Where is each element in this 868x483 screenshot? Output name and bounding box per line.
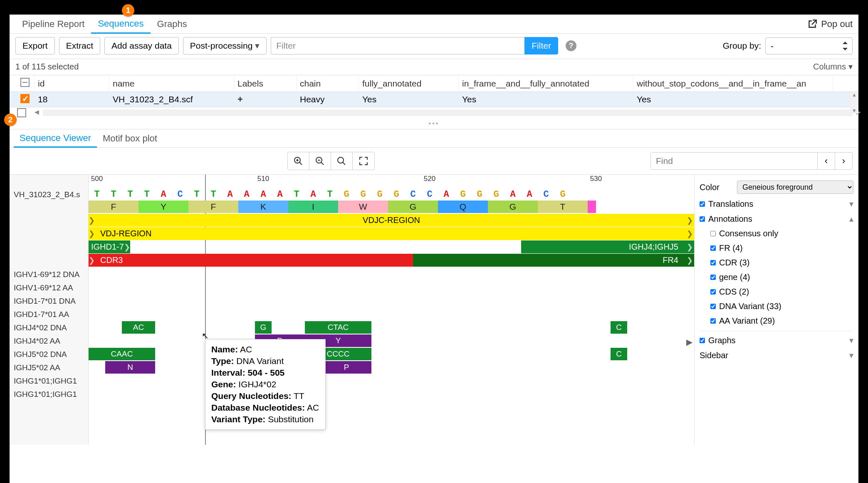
find-prev-button[interactable]: ‹ bbox=[817, 153, 835, 169]
annotation-cdr3[interactable]: ❯CDR3 bbox=[89, 254, 413, 267]
tooltip-name-key: Name: bbox=[211, 344, 238, 354]
row-name[interactable]: IGHJ5*02 DNA bbox=[10, 348, 88, 361]
tab-pipeline-report[interactable]: Pipeline Report bbox=[15, 15, 91, 34]
vertical-scrollbar[interactable]: ▲▼ bbox=[850, 92, 858, 114]
tooltip-dnt-val: AC bbox=[305, 403, 319, 412]
tab-sequence-viewer[interactable]: Sequence Viewer bbox=[14, 129, 97, 148]
select-all-checkbox[interactable] bbox=[20, 78, 30, 87]
annotations-checkbox[interactable] bbox=[700, 216, 705, 222]
col-name[interactable]: name bbox=[109, 76, 234, 91]
results-table: id name Labels chain fully_annotated in_… bbox=[10, 75, 858, 129]
chevron-down-icon[interactable]: ▾ bbox=[849, 335, 853, 345]
col-fully-annotated[interactable]: fully_annotated bbox=[359, 76, 459, 91]
annotation-ighd[interactable]: IGHD1-7❯ bbox=[89, 240, 130, 253]
filter-button[interactable]: Filter bbox=[524, 37, 558, 54]
annotation-vdj[interactable]: ❯VDJ-REGION❯ bbox=[89, 227, 694, 240]
zoom-out-icon bbox=[315, 156, 325, 166]
zoom-out-button[interactable] bbox=[309, 152, 331, 170]
annotation-vdjc[interactable]: ❯VDJC-REGION❯ bbox=[89, 214, 694, 227]
horizontal-scrollbar[interactable] bbox=[43, 109, 853, 116]
col-nostop[interactable]: without_stop_codons__and__in_frame__an bbox=[633, 76, 833, 91]
annotation-type-checkbox[interactable] bbox=[710, 304, 716, 309]
row-name[interactable]: IGHD1-7*01 DNA bbox=[10, 295, 88, 308]
variant-block[interactable]: AC bbox=[122, 321, 155, 334]
chevron-up-icon[interactable]: ▴ bbox=[849, 214, 853, 224]
add-assay-data-button[interactable]: Add assay data bbox=[104, 37, 179, 54]
tab-sequences[interactable]: Sequences bbox=[91, 15, 150, 34]
variant-block[interactable]: C bbox=[611, 348, 627, 360]
export-button[interactable]: Export bbox=[15, 37, 55, 54]
annotation-fr4[interactable]: FR4❯ bbox=[413, 254, 694, 267]
row-checkbox-empty[interactable] bbox=[17, 108, 26, 117]
annotation-type-checkbox[interactable] bbox=[710, 260, 716, 265]
variant-block[interactable]: N bbox=[105, 361, 155, 374]
annotation-type-checkbox[interactable] bbox=[710, 245, 716, 251]
tab-motif-boxplot[interactable]: Motif box plot bbox=[97, 129, 163, 148]
chevron-down-icon[interactable]: ▾ bbox=[849, 350, 853, 360]
zoom-selection-button[interactable] bbox=[331, 152, 353, 170]
base: C bbox=[538, 188, 554, 201]
col-labels[interactable]: Labels bbox=[234, 76, 297, 91]
table-row[interactable]: 18 VH_31023_2_B4.scf + Heavy Yes Yes Yes bbox=[10, 92, 858, 107]
row-name[interactable] bbox=[10, 255, 88, 268]
add-label-button[interactable]: + bbox=[237, 94, 243, 104]
filter-input[interactable] bbox=[271, 37, 524, 54]
row-name[interactable]: IGHV1-69*12 DNA bbox=[10, 268, 88, 281]
row-name[interactable]: IGHD1-7*01 AA bbox=[10, 308, 88, 321]
row-name[interactable]: VH_31023_2_B4.s bbox=[10, 188, 88, 201]
graphs-label: Graphs bbox=[705, 336, 849, 345]
row-checkbox[interactable] bbox=[20, 94, 30, 103]
row-name[interactable]: IGHG1*01;IGHG1 bbox=[10, 374, 88, 388]
variant-block[interactable]: C bbox=[611, 321, 627, 334]
row-name[interactable] bbox=[10, 215, 88, 228]
variant-block[interactable]: G bbox=[255, 321, 272, 334]
row-name[interactable]: IGHG1*01;IGHG1 bbox=[10, 388, 88, 401]
color-scheme-select[interactable]: Geneious foreground bbox=[737, 181, 853, 194]
annotation-type-checkbox[interactable] bbox=[710, 289, 716, 295]
columns-button[interactable]: Columns ▾ bbox=[813, 62, 853, 72]
row-name[interactable] bbox=[10, 228, 88, 241]
base: G bbox=[554, 188, 571, 201]
tab-graphs[interactable]: Graphs bbox=[151, 15, 194, 34]
base: G bbox=[355, 188, 371, 201]
row-name[interactable]: IGHJ4*02 DNA bbox=[10, 321, 88, 334]
col-id[interactable]: id bbox=[35, 76, 109, 91]
find-next-button[interactable]: › bbox=[835, 153, 852, 169]
popout-button[interactable]: Pop out bbox=[807, 19, 853, 30]
variant-block[interactable]: CTAC bbox=[305, 321, 371, 334]
base: C bbox=[405, 188, 421, 201]
col-inframe[interactable]: in_frame__and__fully_annotated bbox=[459, 76, 633, 91]
help-icon[interactable]: ? bbox=[566, 40, 576, 51]
tooltip-name-val: AC bbox=[238, 344, 252, 354]
chevron-down-icon[interactable]: ▾ bbox=[849, 199, 853, 209]
group-by-select[interactable]: - bbox=[765, 37, 853, 54]
consensus-only-checkbox[interactable] bbox=[710, 231, 716, 236]
sequence-canvas[interactable]: ▶ ↖ Name: AC Type: DNA Variant Interval:… bbox=[89, 175, 694, 445]
variant-block[interactable]: P bbox=[321, 361, 371, 374]
col-chain[interactable]: chain bbox=[297, 76, 359, 91]
amino-acid: I bbox=[288, 201, 338, 213]
zoom-fit-button[interactable] bbox=[353, 152, 374, 170]
graphs-checkbox[interactable] bbox=[700, 338, 705, 343]
zoom-in-button[interactable] bbox=[288, 152, 309, 170]
chevron-down-icon: ▾ bbox=[848, 62, 853, 72]
row-name[interactable] bbox=[10, 201, 88, 215]
find-input[interactable] bbox=[651, 153, 817, 169]
base: A bbox=[255, 188, 272, 201]
panel-resize-grip[interactable]: ••• bbox=[10, 118, 858, 129]
row-name[interactable]: IGHJ5*02 AA bbox=[10, 361, 88, 374]
row-name[interactable]: IGHJ4*02 AA bbox=[10, 334, 88, 348]
variant-block[interactable]: CAAC bbox=[89, 348, 155, 360]
annotation-type-checkbox[interactable] bbox=[710, 318, 716, 324]
translations-checkbox[interactable] bbox=[700, 201, 705, 207]
annotation-ighj[interactable]: IGHJ4;IGHJ5❯ bbox=[521, 240, 694, 253]
row-name[interactable]: IGHV1-69*12 AA bbox=[10, 281, 88, 295]
annotation-type-checkbox[interactable] bbox=[710, 275, 716, 280]
row-name[interactable] bbox=[10, 241, 88, 255]
columns-label: Columns bbox=[813, 62, 846, 72]
post-processing-dropdown[interactable]: Post-processing bbox=[183, 37, 267, 54]
amino-acid: F bbox=[89, 201, 138, 213]
tooltip-gene-key: Gene: bbox=[211, 379, 236, 389]
extract-button[interactable]: Extract bbox=[59, 37, 100, 54]
popout-label: Pop out bbox=[821, 19, 853, 30]
